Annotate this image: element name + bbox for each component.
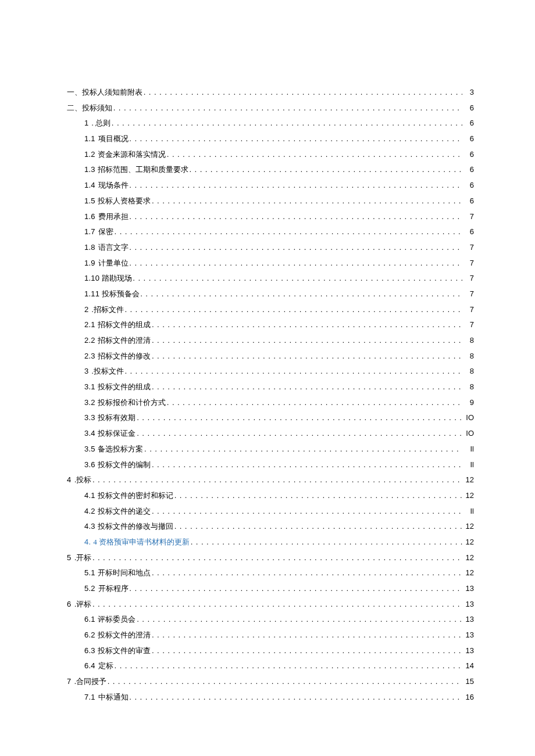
toc-entry-title: 评标委员会 (98, 615, 135, 623)
toc-entry-title: 投标报价和计价方式 (98, 399, 166, 406)
toc-entry-number: 1.1 (84, 135, 95, 142)
toc-entry: 6.3投标文件的审查13 (67, 647, 474, 654)
toc-entry-title: 招标文件的澄清 (98, 336, 151, 344)
toc-entry-title: 招标文件的修改 (98, 352, 151, 360)
toc-entry-page-number: 12 (463, 538, 474, 546)
toc-entry-page-number: 7 (463, 274, 474, 282)
toc-entry-number: 4. (84, 538, 91, 546)
toc-leader-dots (108, 678, 462, 685)
toc-leader-dots (152, 321, 462, 328)
toc-entry-title: 投标有效期 (98, 414, 135, 421)
toc-entry: 1. 总则6 (67, 119, 474, 127)
toc-entry-title: 项目概况 (98, 135, 129, 142)
toc-leader-dots (130, 181, 462, 189)
toc-entry-title: 投标文件的递交 (98, 507, 151, 515)
toc-leader-dots (130, 259, 462, 267)
toc-entry-page-number: 7 (463, 243, 474, 251)
toc-entry-number: 4.2 (84, 507, 95, 515)
toc-entry-page-number: 3 (463, 88, 474, 96)
toc-entry-number: 1.8 (84, 243, 95, 251)
toc-entry-number: 1.11 (84, 290, 99, 298)
toc-entry-page-number: 13 (463, 631, 474, 639)
toc-entry-page-number: 8 (463, 367, 474, 375)
toc-leader-dots (152, 461, 462, 468)
toc-entry-number: 2.1 (84, 321, 95, 328)
toc-entry: 4.投标12 (67, 476, 474, 483)
toc-entry: 5.开标12 (67, 554, 474, 561)
toc-entry-number: 1.3 (84, 166, 95, 173)
toc-leader-dots (115, 228, 462, 235)
toc-entry-page-number: 7 (463, 259, 474, 267)
toc-entry: 3.3投标有效期IO (67, 414, 474, 421)
toc-leader-dots (112, 119, 462, 127)
toc-leader-dots (130, 585, 462, 592)
toc-entry: 1.2资金来源和落实情况6 (67, 151, 474, 158)
toc-leader-dots (167, 151, 462, 158)
toc-entry-page-number: 12 (463, 569, 474, 576)
toc-entry-page-number: Il (463, 445, 474, 453)
toc-entry-page-number: 12 (463, 476, 474, 483)
toc-entry: 4.4 资格预审申请书材料的更新12 (67, 538, 474, 546)
toc-entry-page-number: 14 (463, 662, 474, 669)
toc-leader-dots (125, 367, 462, 375)
toc-entry-title: 开标程序 (98, 585, 129, 592)
toc-entry-page-number: 12 (463, 554, 474, 561)
toc-entry: 3.5备选投标方案Il (67, 445, 474, 453)
toc-entry-number: 5.1 (84, 569, 95, 576)
toc-entry-page-number: 6 (463, 228, 474, 235)
toc-entry: 3.投标文件8 (67, 367, 474, 375)
toc-entry-number: 1.4 (84, 181, 95, 189)
toc-entry-title: 投标人须知前附表 (82, 88, 142, 96)
toc-entry-number: 1.7 (84, 228, 95, 235)
toc-entry-number: 7 (67, 678, 71, 685)
toc-leader-dots (152, 631, 462, 639)
toc-entry: 4.3投标文件的修改与撤回12 (67, 522, 474, 530)
toc-entry-page-number: 13 (463, 615, 474, 623)
toc-entry-number: 5.2 (84, 585, 95, 592)
toc-entry-number: 2 (84, 306, 88, 313)
toc-entry: 1.5投标人资格要求6 (67, 197, 474, 205)
toc-entry: 1.3招标范围、工期和质量要求6 (67, 166, 474, 173)
toc-entry: 2.1招标文件的组成7 (67, 321, 474, 328)
toc-entry-number: 1.5 (84, 197, 95, 205)
toc-entry: 1.4现场条件6 (67, 181, 474, 189)
toc-entry-number: 6.1 (84, 615, 95, 623)
toc-entry-number: 3.2 (84, 399, 95, 406)
toc-entry-number: 2.2 (84, 336, 95, 344)
toc-entry-page-number: 6 (463, 151, 474, 158)
toc-entry: 1.9计量单位7 (67, 259, 474, 267)
toc-entry-title: 费用承担 (98, 213, 129, 220)
toc-entry-title: 投标文件的编制 (98, 461, 151, 468)
toc-entry-title: 资金来源和落实情况 (98, 151, 166, 158)
toc-entry: 4.2投标文件的递交Il (67, 507, 474, 515)
toc-entry-page-number: 15 (463, 678, 474, 685)
toc-entry-title: .合同授予 (74, 678, 106, 685)
toc-entry-number: 1.10 (84, 274, 99, 282)
toc-leader-dots (174, 492, 462, 499)
toc-entry-page-number: 6 (463, 166, 474, 173)
toc-leader-dots (152, 352, 462, 360)
toc-entry-number: 6.2 (84, 631, 95, 639)
toc-leader-dots (125, 306, 462, 313)
toc-entry: 2.招标文件7 (67, 306, 474, 313)
toc-entry: 1.8语言文字7 (67, 243, 474, 251)
toc-entry: 1.11投标预备会7 (67, 290, 474, 298)
document-page: 一、投标人须知前附表3二、投标须知61. 总则61.1项目概况61.2资金来源和… (0, 0, 535, 744)
toc-leader-dots (130, 693, 462, 701)
toc-entry-page-number: 7 (463, 213, 474, 220)
toc-entry-title: 备选投标方案 (98, 445, 143, 453)
toc-leader-dots (152, 507, 462, 515)
toc-entry-title: 投标文件的组成 (98, 383, 151, 390)
toc-entry: 6.4定标14 (67, 662, 474, 669)
toc-entry-title: .招标文件 (91, 306, 123, 313)
toc-entry-number: 6 (67, 600, 71, 608)
toc-entry: 一、投标人须知前附表3 (67, 88, 474, 96)
toc-entry-page-number: 13 (463, 647, 474, 654)
toc-leader-dots (152, 569, 462, 576)
toc-leader-dots (92, 554, 462, 561)
toc-leader-dots (152, 647, 462, 654)
toc-entry: 1.1项目概况6 (67, 135, 474, 142)
toc-leader-dots (130, 213, 462, 220)
toc-entry: 2.3招标文件的修改8 (67, 352, 474, 360)
toc-entry-title: 招标文件的组成 (98, 321, 151, 328)
